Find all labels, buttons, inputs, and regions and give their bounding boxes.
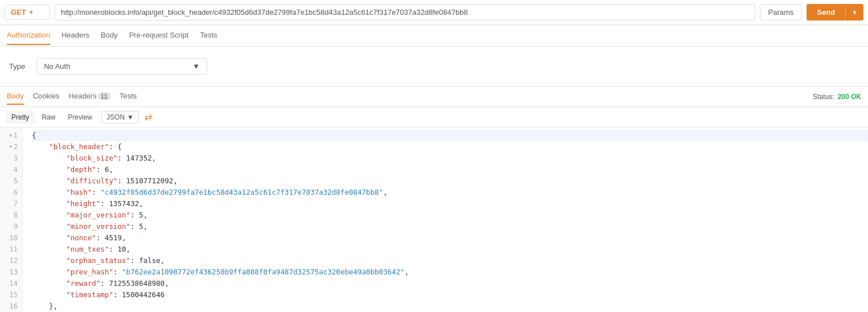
code-line-9: "minor_version": 5, [32,221,868,232]
ln-12: 12 [5,255,18,266]
tab-pre-request-script[interactable]: Pre-request Script [129,26,189,45]
ln-4: 4 [5,164,18,175]
url-input[interactable] [55,4,755,20]
headers-badge: 11 [98,92,110,100]
method-chevron-icon: ▼ [28,9,34,15]
ln-3: 3 [5,153,18,164]
method-label: GET [11,8,26,17]
auth-type-value: No Auth [44,62,70,71]
ln-11: 11 [5,244,18,255]
tab-body[interactable]: Body [101,26,118,45]
code-line-15: "timestamp": 1500442646 [32,289,868,301]
method-select[interactable]: GET ▼ [5,5,50,20]
ln-10: 10 [5,232,18,244]
tab-headers[interactable]: Headers [61,26,89,45]
code-line-8: "major_version": 5, [32,210,868,221]
pretty-button[interactable]: Pretty [6,111,35,124]
tab-resp-cookies[interactable]: Cookies [33,88,60,105]
request-tabs: Authorization Headers Body Pre-request S… [0,25,868,47]
auth-type-select[interactable]: No Auth ▼ [36,58,207,75]
word-wrap-icon[interactable]: ⇄ [145,112,152,122]
ln-13: 13 [5,266,18,278]
code-line-11: "num_txes": 10, [32,244,868,255]
format-bar: Pretty Raw Preview JSON ▼ ⇄ [0,107,868,128]
ln-2: ▼2 [5,141,18,153]
code-line-16: }, [32,301,868,312]
ln-15: 15 [5,289,18,301]
auth-type-label: Type [9,62,25,71]
code-line-2: "block_header": { [32,141,868,153]
raw-button[interactable]: Raw [36,111,61,124]
params-button[interactable]: Params [760,4,803,20]
auth-type-chevron-icon: ▼ [192,62,200,71]
ln-14: 14 [5,278,18,289]
top-bar: GET ▼ Params Send ▼ [0,0,868,25]
format-select[interactable]: JSON ▼ [101,111,139,124]
code-view: ▼1 ▼2 3 4 5 6 7 8 9 10 11 12 13 14 15 16… [0,128,868,312]
code-content: { "block_header": { "block_size": 147352… [23,128,868,312]
ln-1: ▼1 [5,130,18,141]
tab-resp-headers[interactable]: Headers11 [69,88,110,105]
code-line-14: "reward": 7125538648980, [32,278,868,289]
ln-5: 5 [5,175,18,187]
ln-8: 8 [5,210,18,221]
code-line-3: "block_size": 147352, [32,153,868,164]
status-bar: Status: 200 OK [813,93,861,101]
send-label: Send [807,4,845,20]
code-line-7: "height": 1357432, [32,198,868,210]
line-numbers: ▼1 ▼2 3 4 5 6 7 8 9 10 11 12 13 14 15 16… [0,128,23,312]
send-dropdown-icon[interactable]: ▼ [845,5,863,20]
auth-section: Type No Auth ▼ [0,47,868,87]
tab-tests-req[interactable]: Tests [200,26,217,45]
code-line-10: "nonce": 4519, [32,232,868,244]
ln-7: 7 [5,198,18,210]
code-line-13: "prev_hash": "b762ee2a1098772ef436250b9f… [32,266,868,278]
code-line-12: "orphan_status": false, [32,255,868,266]
status-value: 200 OK [838,93,861,101]
format-value: JSON [106,113,125,121]
ln-9: 9 [5,221,18,232]
tab-resp-tests[interactable]: Tests [120,88,137,105]
status-label: Status: [813,93,834,101]
response-tabs: Body Cookies Headers11 Tests Status: 200… [0,87,868,107]
tab-authorization[interactable]: Authorization [7,26,50,45]
tab-resp-body[interactable]: Body [7,88,24,105]
code-line-4: "depth": 6, [32,164,868,175]
code-line-5: "difficulty": 15107712092, [32,175,868,187]
ln-6: 6 [5,187,18,198]
send-button[interactable]: Send ▼ [807,4,863,20]
format-chevron-icon: ▼ [127,113,134,121]
ln-16: 16 [5,301,18,312]
code-line-6: "hash": "c4932f05d6d37de2799fa7e1bc58d43… [32,187,868,198]
preview-button[interactable]: Preview [62,111,98,124]
code-line-1: { [32,130,868,141]
